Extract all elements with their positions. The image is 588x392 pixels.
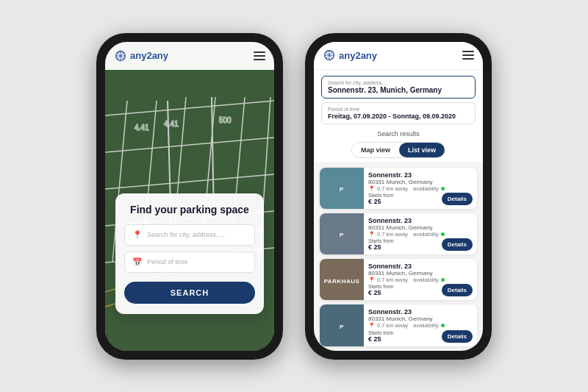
period-placeholder: Period of time [147, 258, 188, 266]
right-header: any2any [314, 42, 483, 70]
map-view-button[interactable]: Map view [352, 143, 399, 157]
results-label: Search results [321, 130, 476, 138]
calendar-icon: 📅 [132, 257, 143, 267]
left-header: any2any [105, 42, 274, 70]
city-value: Sonnenstr. 23, Munich, Germany [328, 86, 469, 94]
result-address: 80331 Munich, Germany [368, 270, 473, 277]
result-info: Sonnenstr. 23 80331 Munich, Germany 📍0.7… [364, 304, 477, 346]
result-card: P Sonnenstr. 23 80331 Munich, Germany 📍0… [320, 213, 477, 254]
details-button[interactable]: Details [442, 330, 473, 343]
result-image: PARKHAUS [320, 259, 364, 300]
starts-from-label: Starts from [368, 193, 393, 198]
list-view-button[interactable]: List view [399, 143, 445, 157]
svg-text:4.41: 4.41 [135, 124, 149, 132]
availability-dot [441, 232, 445, 236]
logo-right: any2any [323, 49, 377, 62]
result-address: 80331 Munich, Germany [368, 179, 473, 185]
result-bottom: Starts from € 25 Details [368, 193, 473, 205]
result-name: Sonnenstr. 23 [368, 171, 473, 179]
starts-from-label: Starts from [368, 330, 393, 335]
hamburger-left[interactable] [254, 51, 265, 60]
result-price-section: Starts from € 25 [368, 330, 393, 343]
logo-icon-left [114, 49, 127, 63]
result-meta: 📍0.7 km away availability [368, 322, 473, 329]
results-list: P Sonnenstr. 23 80331 Munich, Germany 📍0… [314, 163, 483, 351]
details-button[interactable]: Details [442, 284, 473, 296]
result-info: Sonnenstr. 23 80331 Munich, Germany 📍0.7… [364, 213, 477, 254]
starts-from-label: Starts from [368, 238, 393, 243]
hamburger-right[interactable] [462, 51, 474, 60]
starts-from-label: Starts from [368, 284, 393, 289]
availability-dot [441, 278, 445, 282]
city-placeholder: Search for city, address, ... [147, 231, 225, 238]
date-field[interactable]: Period of time Freitag, 07.09.2020 - Son… [321, 102, 476, 124]
result-meta: 📍0.7 km away availability [368, 231, 473, 238]
period-value: Freitag, 07.09.2020 - Sonntag, 09.09.202… [328, 113, 469, 120]
result-name: Sonnenstr. 23 [368, 217, 473, 224]
result-name: Sonnenstr. 23 [368, 263, 473, 270]
result-meta: 📍0.7 km away availability [368, 277, 473, 283]
result-price: € 25 [368, 335, 393, 343]
result-image: P [320, 168, 364, 209]
logo-text-left: any2any [130, 50, 168, 61]
search-section: Search for city, address, ... Sonnenstr.… [314, 70, 483, 163]
result-bottom: Starts from € 25 Details [368, 284, 473, 296]
result-image: P [320, 213, 364, 254]
result-price-section: Starts from € 25 [368, 193, 393, 205]
location-icon: 📍 [132, 230, 143, 240]
search-card: Find your parking space 📍 Search for cit… [115, 193, 264, 314]
svg-text:500: 500 [219, 116, 232, 124]
result-card: P Sonnenstr. 23 80331 Munich, Germany 📍0… [320, 168, 477, 209]
result-meta: 📍0.7 km away availability [368, 185, 473, 192]
result-bottom: Starts from € 25 Details [368, 330, 473, 343]
city-label: Search for city, address, ... [328, 80, 469, 85]
result-bottom: Starts from € 25 Details [368, 238, 473, 251]
city-search-field[interactable]: Search for city, address, ... Sonnenstr.… [321, 76, 476, 99]
right-screen: any2any Search for city, address, ... So… [314, 42, 483, 351]
details-button[interactable]: Details [442, 193, 473, 205]
result-price-section: Starts from € 25 [368, 238, 393, 251]
left-phone: 4.41 4.41 500 200 [96, 33, 283, 360]
search-button[interactable]: SEARCH [124, 282, 255, 304]
left-screen: 4.41 4.41 500 200 [105, 42, 274, 351]
result-price-section: Starts from € 25 [368, 284, 393, 296]
logo-text-right: any2any [339, 50, 377, 61]
result-card: PARKHAUS Sonnenstr. 23 80331 Munich, Ger… [320, 259, 477, 300]
card-title: Find your parking space [124, 204, 255, 215]
result-address: 80331 Munich, Germany [368, 316, 473, 322]
result-address: 80331 Munich, Germany [368, 224, 473, 231]
details-button[interactable]: Details [442, 238, 473, 251]
logo-left: any2any [114, 49, 168, 63]
logo-icon-right [323, 49, 336, 62]
period-label: Period of time [328, 107, 469, 112]
result-price: € 25 [368, 289, 393, 296]
view-toggle: Map view List view [351, 142, 445, 158]
result-name: Sonnenstr. 23 [368, 308, 473, 316]
period-input[interactable]: 📅 Period of time [124, 252, 255, 273]
result-info: Sonnenstr. 23 80331 Munich, Germany 📍0.7… [364, 259, 477, 300]
result-info: Sonnenstr. 23 80331 Munich, Germany 📍0.7… [364, 168, 477, 209]
result-image: P [320, 304, 364, 346]
result-price: € 25 [368, 198, 393, 205]
availability-dot [441, 324, 445, 327]
right-phone: any2any Search for city, address, ... So… [305, 33, 492, 360]
scene: 4.41 4.41 500 200 [0, 0, 588, 392]
result-card: P Sonnenstr. 23 80331 Munich, Germany 📍0… [320, 304, 477, 346]
result-price: € 25 [368, 243, 393, 251]
availability-dot [441, 187, 445, 190]
svg-text:4.41: 4.41 [164, 120, 179, 128]
city-input[interactable]: 📍 Search for city, address, ... [124, 224, 255, 246]
